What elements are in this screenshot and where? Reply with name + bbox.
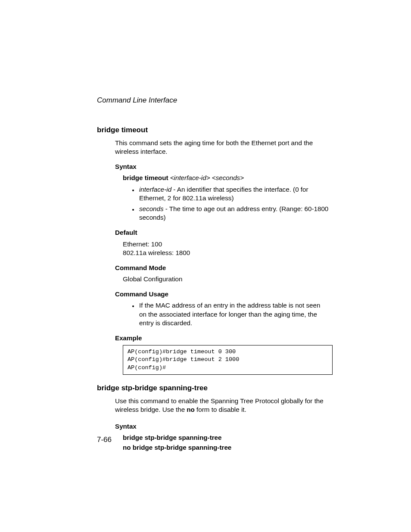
running-head: Command Line Interface [97, 96, 342, 106]
default-line: Ethernet: 100 [123, 240, 342, 249]
param-desc: - The time to age out an address entry. … [139, 205, 328, 221]
default-line: 802.11a wireless: 1800 [123, 249, 342, 258]
syntax-line: bridge timeout <interface-id> <seconds> [123, 174, 342, 183]
section-intro: This command sets the aging time for bot… [115, 139, 329, 156]
default-head: Default [115, 228, 342, 237]
section-title-stp-bridge: bridge stp-bridge spanning-tree [97, 383, 342, 393]
syntax-head: Syntax [115, 422, 342, 431]
param-name: interface-id [139, 186, 171, 193]
example-code-block: AP(config)#bridge timeout 0 300 AP(confi… [123, 345, 333, 375]
syntax-params-list: interface-id - An identifier that specif… [97, 185, 329, 222]
example-head: Example [115, 334, 342, 343]
default-body: Ethernet: 100 802.11a wireless: 1800 [123, 240, 342, 258]
syntax-line: bridge stp-bridge spanning-tree [123, 433, 342, 442]
intro-bold-no: no [187, 406, 195, 413]
command-mode-body: Global Configuration [123, 275, 342, 284]
syntax-command: bridge timeout [123, 174, 168, 181]
page: Command Line Interface bridge timeout Th… [0, 0, 411, 532]
usage-list: If the MAC address of an entry in the ad… [97, 301, 329, 328]
syntax-param: seconds - The time to age out an address… [138, 205, 329, 222]
syntax-head: Syntax [115, 162, 342, 171]
command-mode-head: Command Mode [115, 264, 342, 273]
intro-text-b: form to disable it. [195, 406, 246, 413]
section-title-bridge-timeout: bridge timeout [97, 125, 342, 135]
command-usage-head: Command Usage [115, 290, 342, 299]
syntax-line: no bridge stp-bridge spanning-tree [123, 443, 342, 452]
section-intro: Use this command to enable the Spanning … [115, 397, 329, 414]
page-number: 7-66 [97, 435, 112, 445]
usage-bullet: If the MAC address of an entry in the ad… [138, 301, 329, 328]
syntax-args: <interface-id> <seconds> [168, 174, 244, 181]
param-name: seconds [139, 205, 164, 212]
syntax-param: interface-id - An identifier that specif… [138, 185, 329, 203]
